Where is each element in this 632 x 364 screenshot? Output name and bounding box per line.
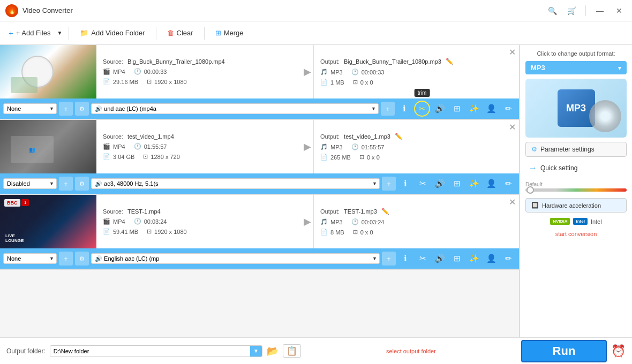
- folder-icon: 📁: [80, 29, 88, 37]
- thumbnail-1: [0, 45, 96, 98]
- crop-btn-2[interactable]: ⊞: [449, 176, 464, 191]
- close-row-2[interactable]: ✕: [509, 123, 516, 132]
- table-row: 👥 Source: test_video_1.mp4 🎬MP4 🕐01:55:5…: [0, 120, 519, 195]
- trim-btn-2[interactable]: ✂: [415, 176, 430, 191]
- clock-icon-3: 🕐: [134, 218, 141, 225]
- output-folder-input[interactable]: [50, 346, 250, 357]
- cd-icon: [589, 100, 621, 132]
- audio-select-1[interactable]: 🔊 und aac (LC) (mp4a: [91, 103, 379, 114]
- audio-select-wrap-2: 🔊 ac3, 48000 Hz, 5.1(s ▼: [91, 178, 380, 189]
- file-icon-2: 📄: [103, 153, 110, 160]
- folder-browse-icon: 📂: [267, 346, 279, 357]
- add-subtitle-btn-2[interactable]: +: [59, 177, 73, 191]
- close-btn[interactable]: ✕: [612, 5, 627, 17]
- store-icon: 🛒: [567, 6, 576, 15]
- effects-btn-1[interactable]: ✨: [467, 101, 481, 116]
- res-icon-o: ⊡: [353, 79, 358, 86]
- info-btn-1[interactable]: ℹ: [397, 101, 412, 116]
- subtitle-select-2[interactable]: Disabled None: [3, 178, 57, 189]
- file-out-2: 📄: [320, 154, 328, 161]
- thumbnail-3: BBC 1 LIVELOUNGE: [0, 195, 96, 248]
- info-btn-3[interactable]: ℹ: [398, 251, 413, 266]
- file-info-3: Source: TEST-1.mp4 🎬MP4 🕐00:03:24 📄59.41…: [96, 195, 302, 248]
- title-store-btn[interactable]: 🛒: [564, 5, 579, 17]
- audio-edit-btn-2[interactable]: 🔊: [432, 176, 447, 191]
- settings-icon: ⚙: [531, 146, 537, 153]
- nvidia-logos: NVIDIA intel Intel: [525, 217, 627, 226]
- edit-output-icon-2[interactable]: ✏️: [395, 133, 403, 140]
- minimize-btn[interactable]: —: [592, 5, 607, 17]
- close-row-3[interactable]: ✕: [509, 198, 516, 207]
- add-video-folder-button[interactable]: 📁 Add Video Folder: [73, 26, 151, 40]
- control-bar-3: None Disabled ▼ + ⚙ 🔊 English aac (LC) (…: [0, 248, 519, 269]
- effects-btn-2[interactable]: ✨: [467, 176, 481, 191]
- quality-slider-wrap: Default: [525, 179, 627, 194]
- audio-edit-btn-3[interactable]: 🔊: [432, 251, 447, 266]
- hw-icon: 🔲: [531, 202, 539, 209]
- merge-button[interactable]: ⊞ Merge: [209, 26, 250, 40]
- quick-setting-button[interactable]: → Quick setting: [525, 161, 627, 175]
- hardware-acceleration-button[interactable]: 🔲 Hardware acceleration: [525, 198, 627, 213]
- res-out-2: ⊡: [359, 154, 364, 161]
- trim-wrap-1: ✂ trim: [414, 101, 430, 117]
- subtitle-select-wrap-2: Disabled None ▼: [3, 178, 57, 189]
- clock-icon-2: 🕐: [134, 143, 141, 150]
- subtitle-edit-btn-3[interactable]: ✏: [501, 251, 516, 266]
- clock-out-2: 🕐: [351, 143, 359, 150]
- edit-output-icon-1[interactable]: ✏️: [446, 58, 454, 65]
- watermark-btn-3[interactable]: 👤: [484, 251, 499, 266]
- file-icon: 📄: [103, 78, 110, 85]
- file-icon-o: 📄: [320, 79, 328, 86]
- quality-slider-track[interactable]: [525, 188, 627, 192]
- subtitle-edit-btn-1[interactable]: ✏: [501, 101, 516, 116]
- audio-edit-btn-1[interactable]: 🔊: [432, 101, 447, 116]
- format-select[interactable]: MP3 MP4 AAC WAV: [525, 61, 627, 74]
- output-info-3: Output: TEST-1.mp3 ✏️ 🎵MP3 🕐00:03:24 📄8 …: [314, 195, 519, 248]
- video-icon-3: 🎬: [103, 218, 110, 225]
- app-icon: 🔥: [5, 4, 18, 17]
- copy-path-button[interactable]: 📋: [283, 344, 301, 358]
- effects-btn-3[interactable]: ✨: [467, 251, 481, 266]
- edit-output-icon-3[interactable]: ✏️: [381, 208, 389, 215]
- search-icon: 🔍: [548, 6, 557, 15]
- mp3-badge: MP3: [558, 89, 595, 127]
- add-subtitle-btn-3[interactable]: +: [59, 252, 73, 266]
- info-btn-2[interactable]: ℹ: [398, 176, 413, 191]
- trim-tooltip: trim: [415, 89, 430, 97]
- quick-setting-icon: →: [529, 163, 537, 173]
- trim-btn-3[interactable]: ✂: [415, 251, 430, 266]
- subtitle-settings-btn-3[interactable]: ⚙: [75, 252, 89, 266]
- add-audio-btn-2[interactable]: +: [382, 177, 396, 191]
- audio-select-2[interactable]: 🔊 ac3, 48000 Hz, 5.1(s: [91, 178, 380, 189]
- clear-button[interactable]: 🗑 Clear: [161, 26, 200, 40]
- add-files-button[interactable]: + + Add Files: [4, 26, 55, 40]
- video-icon-2: 🎬: [103, 143, 110, 150]
- alarm-button[interactable]: ⏰: [611, 344, 626, 358]
- add-audio-btn-3[interactable]: +: [382, 252, 396, 266]
- browse-folder-button[interactable]: 📂: [267, 345, 279, 357]
- add-audio-btn-1[interactable]: +: [381, 102, 395, 116]
- subtitle-select-1[interactable]: None Disabled: [3, 103, 57, 114]
- add-subtitle-btn-1[interactable]: +: [59, 102, 73, 116]
- subtitle-edit-btn-2[interactable]: ✏: [501, 176, 516, 191]
- crop-btn-3[interactable]: ⊞: [449, 251, 464, 266]
- trim-btn-1[interactable]: ✂: [414, 101, 430, 117]
- audio-icon-2: 🎵: [320, 143, 328, 150]
- title-bar: 🔥 Video Converter 🔍 🛒 — ✕: [0, 0, 632, 21]
- close-row-1[interactable]: ✕: [509, 48, 516, 57]
- parameter-settings-button[interactable]: ⚙ Parameter settings: [525, 142, 627, 157]
- audio-select-3[interactable]: 🔊 English aac (LC) (mp: [91, 253, 380, 264]
- output-folder-dropdown-btn[interactable]: ▼: [250, 346, 262, 357]
- watermark-btn-2[interactable]: 👤: [484, 176, 499, 191]
- subtitle-select-3[interactable]: None Disabled: [3, 253, 57, 264]
- subtitle-settings-btn-2[interactable]: ⚙: [75, 177, 89, 191]
- watermark-btn-1[interactable]: 👤: [484, 101, 499, 116]
- crop-btn-1[interactable]: ⊞: [449, 101, 464, 116]
- run-button[interactable]: Run: [521, 340, 607, 362]
- add-files-dropdown-btn[interactable]: ▼: [55, 26, 64, 40]
- audio-icon: 🎵: [320, 69, 328, 75]
- title-search-btn[interactable]: 🔍: [545, 5, 560, 17]
- subtitle-settings-btn-1[interactable]: ⚙: [75, 102, 89, 116]
- file-list: Source: Big_Buck_Bunny_Trailer_1080p.mp4…: [0, 45, 520, 337]
- slider-thumb[interactable]: [526, 186, 534, 194]
